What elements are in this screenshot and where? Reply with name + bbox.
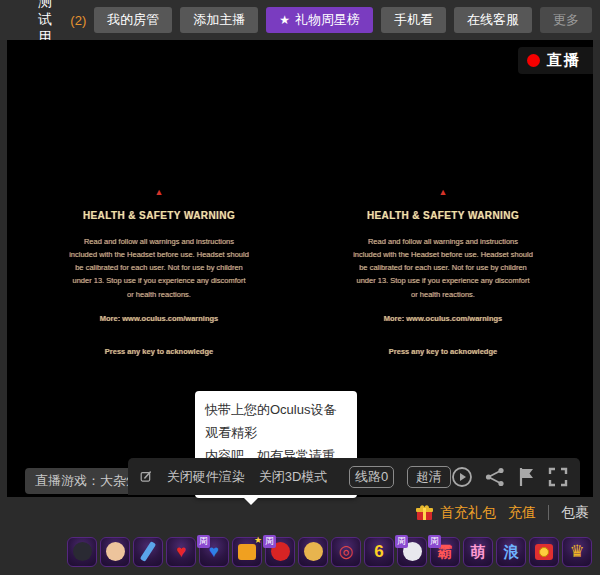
player-control-bar: 关闭硬件渲染 关闭3D模式 线路0 超清 [128, 458, 580, 495]
player-icon-group [451, 466, 568, 488]
monkey-icon [304, 542, 323, 561]
tooltip-line-1: 快带上您的Oculus设备观看精彩 [205, 399, 347, 445]
gift-bomb-face[interactable] [67, 537, 97, 567]
wallet-divider [548, 505, 549, 520]
toggle-hardware-render[interactable]: 关闭硬件渲染 [167, 468, 245, 486]
warning-press-key: Press any key to acknowledge [69, 347, 249, 356]
topbar-buttons: 我的房管添加主播★礼物周星榜手机看在线客服更多 [86, 7, 592, 33]
warning-more-link: More: www.oculus.com/warnings [69, 314, 249, 323]
fullscreen-icon[interactable] [548, 467, 568, 487]
gift-gold-chest[interactable]: ♛ [562, 537, 592, 567]
weekly-star-badge: 周 [395, 535, 408, 548]
topbar-button-gift-weekly-star-rank[interactable]: ★礼物周星榜 [266, 7, 373, 33]
star-decoration-icon: ★ [254, 536, 262, 545]
gift-ba-character[interactable]: 霸周 [430, 537, 460, 567]
gift-man-face[interactable] [100, 537, 130, 567]
gift-icons-row: ♥♥周★周◎6周霸周萌浪♛ [0, 528, 600, 575]
video-player: 直播 ▲ HEALTH & SAFETY WARNING Read and fo… [7, 40, 593, 497]
gold-coin-icon [539, 547, 549, 557]
topbar-button-more[interactable]: 更多 [540, 7, 592, 33]
red-stamp-icon: ◎ [339, 543, 354, 560]
gift-toilet[interactable]: 周 [397, 537, 427, 567]
gift-red-heart[interactable]: ♥ [166, 537, 196, 567]
warning-body: Read and follow all warnings and instruc… [69, 235, 249, 301]
gift-red-apple[interactable]: 周 [265, 537, 295, 567]
wallet-row: 首充礼包 充值 包裹 [0, 497, 600, 528]
report-flag-icon[interactable] [517, 467, 537, 487]
room-viewer-count: (2) [70, 13, 86, 28]
line-select-button[interactable]: 线路0 [349, 466, 393, 488]
weekly-star-badge: 周 [263, 535, 276, 548]
yellow-66-icon: 6 [374, 543, 383, 560]
topbar-button-watch-on-phone[interactable]: 手机看 [381, 7, 446, 33]
gold-chest-icon: ♛ [569, 543, 584, 560]
gift-blue-heart[interactable]: ♥周 [199, 537, 229, 567]
package-link[interactable]: 包裹 [561, 504, 589, 522]
gift-lang-character[interactable]: 浪 [496, 537, 526, 567]
topbar-button-label: 我的房管 [107, 11, 159, 29]
topbar-button-online-support[interactable]: 在线客服 [454, 7, 532, 33]
topbar-button-label: 手机看 [394, 11, 433, 29]
quality-select-button[interactable]: 超清 [407, 466, 451, 488]
topbar-button-label: 在线客服 [467, 11, 519, 29]
warning-triangle-icon: ▲ [69, 188, 249, 197]
topbar-button-label: 更多 [553, 11, 579, 29]
weekly-star-badge: 周 [428, 535, 441, 548]
gift-meng-character[interactable]: 萌 [463, 537, 493, 567]
gift-red-stamp[interactable]: ◎ [331, 537, 361, 567]
recharge-link[interactable]: 充值 [508, 504, 536, 522]
excavator-icon [238, 544, 256, 560]
warning-title: HEALTH & SAFETY WARNING [69, 210, 249, 221]
live-badge: 直播 [518, 47, 593, 74]
health-warning-panel-left: ▲ HEALTH & SAFETY WARNING Read and follo… [69, 188, 249, 356]
warning-more-link: More: www.oculus.com/warnings [353, 314, 533, 323]
topbar-button-my-room-managers[interactable]: 我的房管 [94, 7, 172, 33]
topbar-button-label: 添加主播 [193, 11, 245, 29]
first-charge-label: 首充礼包 [440, 504, 496, 522]
share-icon[interactable] [484, 467, 506, 487]
gift-yellow-66[interactable]: 6 [364, 537, 394, 567]
live-badge-label: 直播 [547, 51, 581, 70]
bomb-face-icon [73, 542, 92, 561]
meng-character-icon: 萌 [471, 544, 486, 559]
first-charge-gift-link[interactable]: 首充礼包 [415, 504, 496, 522]
gift-monkey[interactable] [298, 537, 328, 567]
warning-press-key: Press any key to acknowledge [353, 347, 533, 356]
blue-heart-icon: ♥ [209, 543, 219, 560]
gift-box-icon [415, 504, 434, 521]
live-dot-icon [527, 54, 540, 67]
blue-sword-icon [140, 541, 156, 562]
topbar-button-add-streamer[interactable]: 添加主播 [180, 7, 258, 33]
warning-triangle-icon: ▲ [353, 188, 533, 197]
toggle-3d-mode[interactable]: 关闭3D模式 [259, 468, 328, 486]
star-icon: ★ [279, 13, 290, 27]
play-icon[interactable] [451, 466, 473, 488]
health-warning-panel-right: ▲ HEALTH & SAFETY WARNING Read and follo… [353, 188, 533, 356]
gift-red-packet[interactable] [529, 537, 559, 567]
gift-blue-sword[interactable] [133, 537, 163, 567]
red-heart-icon: ♥ [176, 543, 186, 560]
weekly-star-badge: 周 [197, 535, 210, 548]
top-bar: 测试用 (2) 我的房管添加主播★礼物周星榜手机看在线客服更多 [0, 0, 600, 40]
gift-excavator[interactable]: ★ [232, 537, 262, 567]
man-face-icon [106, 542, 125, 561]
edit-icon[interactable] [140, 466, 153, 487]
topbar-button-label: 礼物周星榜 [295, 11, 360, 29]
warning-title: HEALTH & SAFETY WARNING [353, 210, 533, 221]
lang-character-icon: 浪 [504, 544, 519, 559]
warning-body: Read and follow all warnings and instruc… [353, 235, 533, 301]
